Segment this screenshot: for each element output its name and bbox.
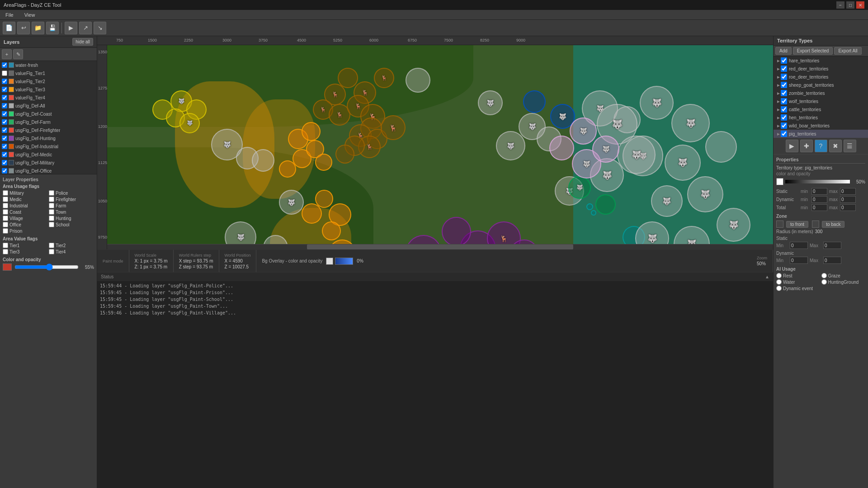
tt-add-button[interactable]: Add: [775, 47, 792, 55]
layer-checkbox[interactable]: [2, 144, 7, 149]
list-item[interactable]: ► wolf_territories: [774, 97, 868, 105]
expand-arrow[interactable]: ►: [776, 91, 781, 96]
layer-checkbox[interactable]: [2, 119, 7, 125]
expand-arrow[interactable]: ►: [776, 66, 781, 71]
list-item[interactable]: valueFlg_Tier1: [0, 69, 97, 77]
expand-arrow[interactable]: ►: [776, 75, 781, 80]
color-swatch[interactable]: [3, 263, 12, 271]
expand-arrow[interactable]: ►: [776, 58, 781, 63]
ai-dynamic-event-radio[interactable]: [776, 286, 782, 291]
total-max-input[interactable]: [840, 204, 856, 211]
expand-arrow[interactable]: ►: [776, 131, 781, 136]
tt-checkbox[interactable]: [781, 66, 787, 72]
tt-checkbox[interactable]: [781, 98, 787, 104]
tt-checkbox[interactable]: [781, 57, 787, 64]
tt-checkbox[interactable]: [781, 114, 787, 121]
run-button[interactable]: ▶: [65, 22, 77, 34]
list-item[interactable]: valueFlg_Tier4: [0, 94, 97, 102]
ai-huntingground-radio[interactable]: [821, 279, 827, 285]
military-checkbox[interactable]: [3, 190, 8, 196]
map-canvas[interactable]: 🐺 🐺 🐺 🐺 🐺 🐺 🐺 🐺 🐺 🐺 🐺: [107, 45, 773, 249]
static-max-input2[interactable]: [823, 242, 841, 249]
hide-all-button[interactable]: hide all: [72, 38, 93, 46]
office-checkbox[interactable]: [3, 222, 8, 227]
firefighter-checkbox[interactable]: [49, 197, 54, 202]
ai-graze-radio[interactable]: [821, 273, 827, 278]
tt-checkbox[interactable]: [781, 74, 787, 80]
tt-export-all-button[interactable]: Export All: [834, 47, 861, 55]
expand-arrow[interactable]: ►: [776, 123, 781, 128]
static-min-input2[interactable]: [790, 242, 808, 249]
expand-arrow[interactable]: ►: [776, 99, 781, 104]
zone-to-front-button[interactable]: to front: [786, 221, 808, 228]
layer-checkbox[interactable]: [2, 127, 7, 133]
overlay-swatch-white[interactable]: [326, 258, 333, 265]
list-item[interactable]: ► hare_territories: [774, 56, 868, 65]
list-item[interactable]: usgFlg_Def-Office: [0, 167, 97, 174]
layer-checkbox[interactable]: [2, 87, 7, 92]
farm-checkbox[interactable]: [49, 203, 54, 208]
layer-checkbox[interactable]: [2, 70, 7, 76]
list-item[interactable]: usgFlg_Def-Hunting: [0, 134, 97, 142]
help-button[interactable]: ?: [815, 140, 827, 152]
prop-opacity-slider[interactable]: [785, 180, 850, 183]
cursor-button[interactable]: ▶: [786, 140, 798, 152]
undo-button[interactable]: ↩: [17, 22, 30, 34]
tier2-checkbox[interactable]: [49, 243, 54, 248]
opacity-slider[interactable]: [14, 265, 79, 269]
layer-checkbox[interactable]: [2, 95, 7, 100]
expand-arrow[interactable]: ►: [776, 107, 781, 112]
police-checkbox[interactable]: [49, 190, 54, 196]
expand-arrow[interactable]: ►: [776, 83, 781, 88]
list-item-selected[interactable]: ► pig_territories: [774, 130, 868, 138]
list-item[interactable]: ► wild_boar_territories: [774, 122, 868, 130]
layer-add-button[interactable]: +: [2, 49, 12, 59]
list-item[interactable]: valueFlg_Tier3: [0, 85, 97, 94]
prop-color-swatch[interactable]: [776, 178, 783, 185]
import-button[interactable]: ↗: [79, 22, 92, 34]
expand-icon[interactable]: ▲: [765, 274, 769, 279]
layer-checkbox[interactable]: [2, 111, 7, 117]
dynamic-max-input[interactable]: [840, 196, 856, 203]
static-max-input[interactable]: [840, 188, 856, 195]
list-item[interactable]: valueFlg_Tier2: [0, 77, 97, 85]
layer-settings-button[interactable]: ✎: [13, 49, 23, 59]
list-item[interactable]: usgFlg_Def-Industrial: [0, 142, 97, 150]
medic-checkbox[interactable]: [3, 197, 8, 202]
list-item[interactable]: usgFlg_Def-Medic: [0, 150, 97, 159]
list-item[interactable]: ► sheep_goat_territories: [774, 81, 868, 89]
add-zone-button[interactable]: ✚: [800, 140, 813, 152]
static-min-input[interactable]: [811, 188, 827, 195]
menu-view[interactable]: View: [21, 11, 39, 19]
tt-checkbox[interactable]: [781, 122, 787, 129]
list-item[interactable]: ► hen_territories: [774, 113, 868, 122]
list-item[interactable]: usgFlg_Def-Farm: [0, 118, 97, 126]
save-button[interactable]: 💾: [46, 22, 59, 34]
dynamic-min-input[interactable]: [811, 196, 827, 203]
layer-checkbox[interactable]: [2, 152, 7, 157]
list-item[interactable]: ► roe_deer_territories: [774, 73, 868, 81]
tt-checkbox[interactable]: [781, 90, 787, 96]
ai-water-radio[interactable]: [776, 279, 782, 285]
list-item[interactable]: water-fresh: [0, 61, 97, 69]
horizontal-scrollbar[interactable]: [107, 244, 773, 249]
list-item[interactable]: ► cattle_territories: [774, 105, 868, 113]
scrollbar-thumb-h[interactable]: [307, 244, 573, 249]
coast-checkbox[interactable]: [3, 209, 8, 215]
tier1-checkbox[interactable]: [3, 243, 8, 248]
export-button[interactable]: ↘: [94, 22, 106, 34]
town-checkbox[interactable]: [49, 209, 54, 215]
layer-checkbox[interactable]: [2, 168, 7, 174]
menu-file[interactable]: File: [2, 11, 17, 19]
list-item[interactable]: usgFlg_Def-All: [0, 102, 97, 110]
open-button[interactable]: 📁: [32, 22, 44, 34]
tier4-checkbox[interactable]: [49, 249, 54, 254]
expand-arrow[interactable]: ►: [776, 115, 781, 120]
list-item[interactable]: ► zombie_territories: [774, 89, 868, 97]
village-checkbox[interactable]: [3, 216, 8, 221]
layer-checkbox[interactable]: [2, 62, 7, 68]
ai-rest-radio[interactable]: [776, 273, 782, 278]
dynamic-min-input2[interactable]: [790, 257, 808, 264]
layer-checkbox[interactable]: [2, 160, 7, 165]
maximize-button[interactable]: □: [846, 1, 854, 9]
